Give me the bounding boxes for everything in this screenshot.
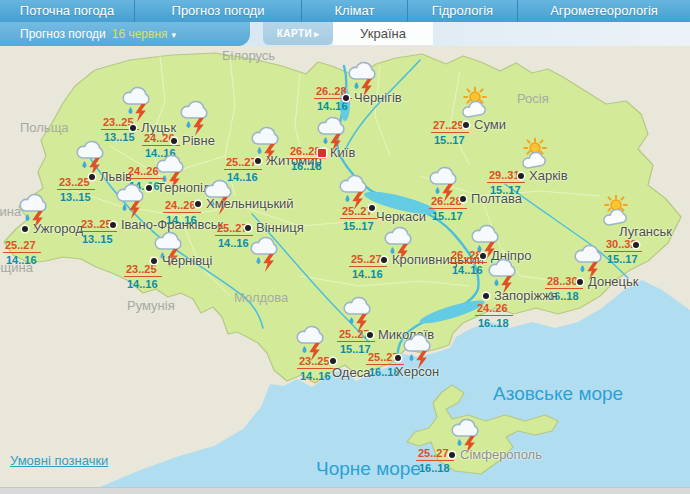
sea-label: Чорне море [316,458,421,480]
day-temp: 25..27 [3,239,41,253]
temperature-range: 23..2514..16 [124,263,162,291]
city-label[interactable]: Черкаси [376,209,426,224]
city-label[interactable]: Чернігів [354,90,402,105]
city-marker [518,173,524,179]
city-marker [330,358,336,364]
forecast-label: Прогноз погоди [20,27,106,41]
city-label[interactable]: Одеса [332,365,370,380]
maps-button[interactable]: КАРТИ▸ [263,22,333,45]
day-temp: 23..25 [297,355,335,369]
sea-label: Азовське море [493,383,623,405]
country-label: Польща [20,120,69,135]
nav-tab-current-weather[interactable]: Поточна погода [0,0,135,22]
city-marker [343,95,349,101]
night-temp: 15..17 [429,210,467,223]
night-temp: 13..15 [79,233,117,246]
city-marker [449,452,455,458]
night-temp: 14..16 [314,100,352,113]
night-temp: 14..16 [224,171,262,184]
nav-tab-hydrology[interactable]: Гідрологія [408,0,518,22]
city-marker [381,257,387,263]
sub-nav: Прогноз погоди16 червня▾ КАРТИ▸ Україна [0,22,690,46]
country-label: Білорусь [222,48,275,63]
night-temp: 14..16 [163,214,201,227]
city-label[interactable]: Харків [529,168,568,183]
temperature-range: 23..2514..16 [297,355,335,383]
weather-site-page: Поточна погода Прогноз погоди Клімат Гід… [0,0,690,494]
city-marker [151,258,157,264]
city-marker [89,174,95,180]
night-temp: 16..18 [416,462,454,475]
night-temp: 14..16 [297,370,335,383]
city-marker [483,293,489,299]
ukraine-weather-map[interactable]: ПольщаБілорусьРосіяСловаччинаУгорщинаРум… [0,46,690,487]
night-temp: 14..16 [124,278,162,291]
day-temp: 25..27 [416,447,454,461]
city-marker [463,122,469,128]
city-marker [460,196,466,202]
night-temp: 14..16 [215,237,253,250]
country-label: Росія [517,91,549,106]
country-label: Молдова [234,290,288,305]
city-marker [110,222,116,228]
city-marker [245,225,251,231]
city-marker [130,125,136,131]
city-marker [577,279,583,285]
day-temp: 24..26 [475,302,513,316]
night-temp: 16..18 [288,160,326,173]
temperature-range: 24..2616..18 [475,302,513,330]
city-label[interactable]: Полтава [471,191,522,206]
city-marker [395,355,401,361]
bottom-strip [0,487,690,494]
day-temp: 23..25 [124,263,162,277]
night-temp: 14..16 [449,264,487,277]
forecast-date-selector[interactable]: Прогноз погоди16 червня▾ [0,22,250,46]
tab-ukraine[interactable]: Україна [333,22,433,46]
city-label[interactable]: Суми [474,117,506,132]
city-marker [146,185,152,191]
temperature-range: 25..2716..18 [416,447,454,475]
city-label[interactable]: Запоріжжя [494,288,558,303]
nav-tab-agrometeorology[interactable]: Агрометеорологія [518,0,690,22]
city-label[interactable]: Хмельницький [206,196,294,211]
city-marker [171,138,177,144]
night-temp: 15..17 [604,253,642,266]
night-temp: 16..18 [475,317,513,330]
city-label[interactable]: Донецьк [588,274,639,289]
night-temp: 15..17 [431,134,469,147]
city-label[interactable]: Вінниця [256,220,304,235]
nav-tab-climate[interactable]: Клімат [302,0,408,22]
city-marker [633,242,639,248]
city-marker [255,158,261,164]
night-temp: 13..15 [57,191,95,204]
city-label[interactable]: Херсон [395,364,439,379]
temperature-range: 23..2513..15 [57,176,95,204]
night-temp: 14..16 [3,254,41,267]
country-label: Румунія [127,298,175,313]
night-temp: 13..15 [101,131,139,144]
city-marker [367,332,373,338]
arrow-right-icon: ▸ [314,29,319,39]
city-marker [369,205,375,211]
capital-marker [318,149,326,157]
nav-tab-forecast[interactable]: Прогноз погоди [135,0,302,22]
city-label[interactable]: Чернівці [162,253,212,268]
city-label[interactable]: Київ [330,145,355,160]
main-nav: Поточна погода Прогноз погоди Клімат Гід… [0,0,690,22]
day-temp: 24..26 [126,165,164,179]
city-label[interactable]: Ужгород [33,221,83,236]
temperature-range: 25..2714..16 [3,239,41,267]
night-temp: 15..17 [340,220,378,233]
city-marker [22,226,28,232]
legend-link[interactable]: Умовні позначки [10,453,108,468]
city-label[interactable]: Рівне [182,133,215,148]
maps-button-label: КАРТИ [277,28,313,39]
night-temp: 14..16 [349,268,387,281]
forecast-date[interactable]: 16 червня [112,27,168,41]
dropdown-caret-icon: ▾ [172,30,177,40]
city-marker [195,201,201,207]
city-label[interactable]: Сімферополь [460,447,542,462]
storm-rain-icon [248,234,280,276]
map-overlay: ПольщаБілорусьРосіяСловаччинаУгорщинаРум… [0,46,690,487]
city-label[interactable]: Луганськ [619,224,672,239]
